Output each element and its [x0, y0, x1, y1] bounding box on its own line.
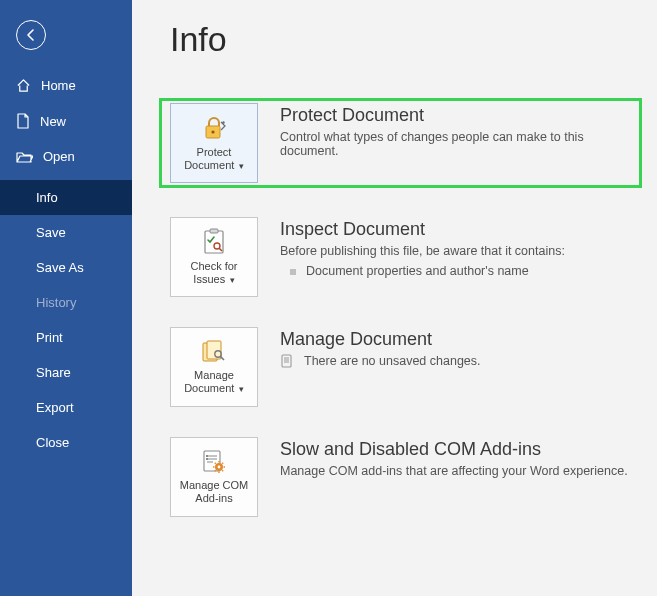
- main-pane: Info Protect Document ▾ Protect Document…: [132, 0, 657, 596]
- lock-icon: [200, 114, 228, 142]
- tile-label: Manage Document ▾: [175, 369, 253, 394]
- section-inspect-document: Check for Issues ▾ Inspect Document Befo…: [170, 217, 631, 297]
- sidebar-item-label: Save As: [36, 260, 84, 275]
- svg-rect-4: [210, 229, 218, 233]
- sidebar-item-save[interactable]: Save: [0, 215, 132, 250]
- sidebar-item-label: Close: [36, 435, 69, 450]
- chevron-down-icon: ▾: [236, 161, 244, 171]
- chevron-down-icon: ▾: [236, 384, 244, 394]
- bullet-icon: [290, 269, 296, 275]
- bullet-text: Document properties and author's name: [306, 264, 529, 278]
- sidebar-sublist: Info Save Save As History Print Share Ex…: [0, 180, 132, 460]
- section-desc: Manage COM add-ins that are affecting yo…: [280, 464, 631, 478]
- new-file-icon: [16, 113, 30, 129]
- manage-status-row: There are no unsaved changes.: [280, 354, 631, 368]
- sidebar-item-info[interactable]: Info: [0, 180, 132, 215]
- open-folder-icon: [16, 150, 33, 164]
- check-for-issues-button[interactable]: Check for Issues ▾: [170, 217, 258, 297]
- sidebar-item-label: New: [40, 114, 66, 129]
- tile-label: Protect Document ▾: [175, 146, 253, 171]
- sidebar-item-new[interactable]: New: [0, 103, 132, 139]
- document-small-icon: [280, 354, 294, 368]
- inspect-bullets: Document properties and author's name: [280, 264, 631, 278]
- section-desc: Control what types of changes people can…: [280, 130, 631, 158]
- protect-document-button[interactable]: Protect Document ▾: [170, 103, 258, 183]
- manage-doc-icon: [200, 339, 228, 365]
- back-arrow-icon: [24, 28, 38, 42]
- manage-com-addins-button[interactable]: Manage COM Add-ins: [170, 437, 258, 517]
- sidebar-item-label: Share: [36, 365, 71, 380]
- svg-rect-12: [206, 458, 208, 460]
- sidebar-item-home[interactable]: Home: [0, 68, 132, 103]
- section-desc: Before publishing this file, be aware th…: [280, 244, 631, 258]
- svg-rect-11: [206, 455, 208, 457]
- sidebar-item-label: Export: [36, 400, 74, 415]
- tile-label: Manage COM Add-ins: [175, 479, 253, 504]
- svg-rect-9: [282, 355, 291, 367]
- section-title: Inspect Document: [280, 219, 631, 240]
- section-body: Inspect Document Before publishing this …: [280, 217, 631, 278]
- page-title: Info: [170, 20, 631, 59]
- section-com-addins: Manage COM Add-ins Slow and Disabled COM…: [170, 437, 631, 517]
- list-item: Document properties and author's name: [280, 264, 631, 278]
- sidebar-item-label: Info: [36, 190, 58, 205]
- sidebar-item-save-as[interactable]: Save As: [0, 250, 132, 285]
- section-protect-document: Protect Document ▾ Protect Document Cont…: [160, 99, 641, 187]
- tile-label: Check for Issues ▾: [175, 260, 253, 285]
- section-title: Protect Document: [280, 105, 631, 126]
- section-body: Protect Document Control what types of c…: [280, 103, 631, 158]
- sidebar-item-label: Save: [36, 225, 66, 240]
- section-manage-document: Manage Document ▾ Manage Document There …: [170, 327, 631, 407]
- home-icon: [16, 78, 31, 93]
- sidebar-item-label: History: [36, 295, 76, 310]
- manage-status-text: There are no unsaved changes.: [304, 354, 481, 368]
- sidebar-item-label: Open: [43, 149, 75, 164]
- back-button[interactable]: [16, 20, 46, 50]
- sidebar-item-close[interactable]: Close: [0, 425, 132, 460]
- svg-point-2: [222, 122, 224, 124]
- section-body: Slow and Disabled COM Add-ins Manage COM…: [280, 437, 631, 478]
- app-root: Home New Open Info Save Save As History …: [0, 0, 657, 596]
- manage-document-button[interactable]: Manage Document ▾: [170, 327, 258, 407]
- chevron-down-icon: ▾: [227, 275, 235, 285]
- backstage-sidebar: Home New Open Info Save Save As History …: [0, 0, 132, 596]
- section-title: Slow and Disabled COM Add-ins: [280, 439, 631, 460]
- svg-rect-7: [207, 341, 221, 359]
- sidebar-item-label: Print: [36, 330, 63, 345]
- svg-point-14: [218, 466, 221, 469]
- sidebar-item-history: History: [0, 285, 132, 320]
- section-title: Manage Document: [280, 329, 631, 350]
- sidebar-item-share[interactable]: Share: [0, 355, 132, 390]
- sidebar-item-export[interactable]: Export: [0, 390, 132, 425]
- section-body: Manage Document There are no unsaved cha…: [280, 327, 631, 368]
- sidebar-item-label: Home: [41, 78, 76, 93]
- sidebar-item-open[interactable]: Open: [0, 139, 132, 174]
- svg-point-1: [211, 131, 214, 134]
- addins-icon: [201, 449, 227, 475]
- sidebar-item-print[interactable]: Print: [0, 320, 132, 355]
- inspect-icon: [201, 228, 227, 256]
